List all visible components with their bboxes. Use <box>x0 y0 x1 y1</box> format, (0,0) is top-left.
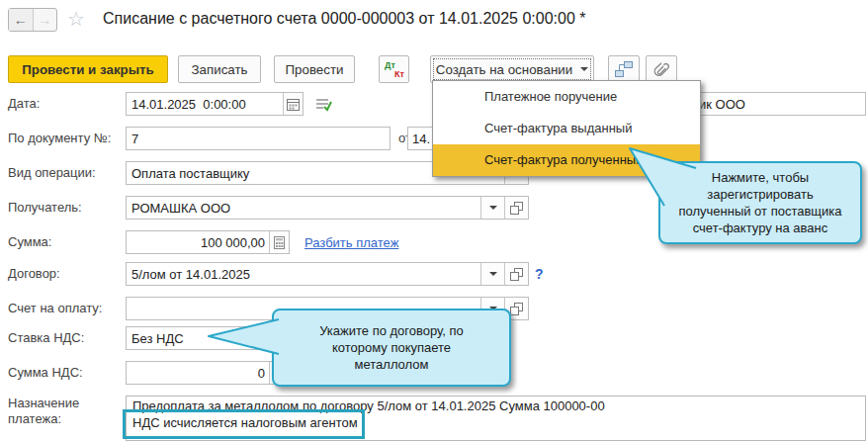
create-hint-line: зарегистрировать <box>707 186 814 203</box>
purpose-line-1: Предоплата за металлолом по договору 5/л… <box>132 398 605 413</box>
vat-amount-field[interactable] <box>126 361 290 385</box>
favorite-star-icon[interactable]: ☆ <box>67 7 85 31</box>
create-hint-line: счет-фактуру на аванс <box>693 220 828 236</box>
open-item-icon[interactable] <box>504 197 528 219</box>
vat-rate-field[interactable] <box>126 326 290 350</box>
attachments-button[interactable] <box>646 55 677 83</box>
date-field[interactable] <box>126 92 304 116</box>
page-title: Списание с расчетного счета 0000-000003 … <box>103 10 586 28</box>
menu-item-payment-order[interactable]: Платежное поручение <box>433 81 700 113</box>
payee-field[interactable] <box>126 196 529 220</box>
operation-type-label: Вид операции: <box>8 165 96 180</box>
open-item-icon[interactable] <box>504 263 528 285</box>
doc-number-input[interactable] <box>127 128 390 149</box>
amount-input[interactable] <box>127 231 269 253</box>
chevron-down-icon[interactable] <box>480 197 504 219</box>
vat-rate-label: Ставка НДС: <box>8 330 84 345</box>
payment-purpose-textarea[interactable]: Предоплата за металлолом по договору 5/л… <box>126 396 866 441</box>
vat-hint-line: которому покупаете <box>332 339 451 356</box>
post-button[interactable]: Провести <box>274 55 355 83</box>
create-from-label: Создать на основании <box>436 62 572 77</box>
caret-down-icon <box>580 67 588 71</box>
contract-label: Договор: <box>8 266 60 281</box>
contract-field[interactable] <box>126 262 529 286</box>
fill-check-icon[interactable] <box>312 93 334 115</box>
chevron-down-icon[interactable] <box>480 263 504 285</box>
date-input[interactable] <box>127 93 283 115</box>
save-button[interactable]: Записать <box>178 55 261 83</box>
vat-amount-input[interactable] <box>127 362 269 384</box>
split-payment-link[interactable]: Разбить платеж <box>304 235 398 250</box>
related-documents-button[interactable] <box>608 55 640 83</box>
vat-hint-callout: Укажите по договору, по которому покупае… <box>272 309 511 387</box>
nav-history-group: ← → <box>8 8 57 32</box>
create-from-button[interactable]: Создать на основании <box>430 55 594 83</box>
kt-label: Кт <box>394 69 404 79</box>
amount-label: Сумма: <box>8 234 51 249</box>
invoice-label: Счет на оплату: <box>8 301 102 315</box>
help-icon[interactable]: ? <box>535 266 544 282</box>
create-hint-line: полученный от поставщика <box>678 203 841 220</box>
forward-icon[interactable]: → <box>34 9 57 31</box>
payee-label: Получатель: <box>8 200 82 215</box>
post-and-close-button[interactable]: Провести и закрыть <box>8 55 168 83</box>
structure-icon <box>615 61 633 77</box>
create-hint-callout: Нажмите, чтобы зарегистрировать полученн… <box>658 161 862 244</box>
contract-input[interactable] <box>127 263 480 285</box>
vat-rate-input[interactable] <box>127 327 269 349</box>
menu-item-invoice-issued[interactable]: Счет-фактура выданный <box>433 113 700 144</box>
payee-input[interactable] <box>127 197 480 219</box>
vat-amount-label: Сумма НДС: <box>8 365 83 380</box>
purpose-line-2: НДС исчисляется налоговым агентом <box>132 415 358 430</box>
calculator-icon[interactable] <box>269 231 289 253</box>
calendar-icon[interactable] <box>283 93 303 115</box>
back-icon[interactable]: ← <box>9 9 34 31</box>
payment-purpose-label: Назначение <box>8 396 79 410</box>
dtkt-postings-button[interactable]: Дт Кт <box>379 55 409 83</box>
date-label: Дата: <box>8 96 40 111</box>
vat-hint-line: Укажите по договору, по <box>319 322 464 339</box>
create-hint-line: Нажмите, чтобы <box>712 169 809 186</box>
doc-number-field[interactable] <box>126 127 391 150</box>
doc-number-label: По документу №: <box>8 131 111 145</box>
vat-hint-line: металлолом <box>355 356 429 373</box>
paperclip-icon <box>653 62 669 77</box>
write-off-document-window: ← → ☆ Списание с расчетного счета 0000-0… <box>0 0 868 442</box>
amount-field[interactable] <box>126 230 290 254</box>
payment-purpose-label-2: платежа: <box>8 411 61 426</box>
